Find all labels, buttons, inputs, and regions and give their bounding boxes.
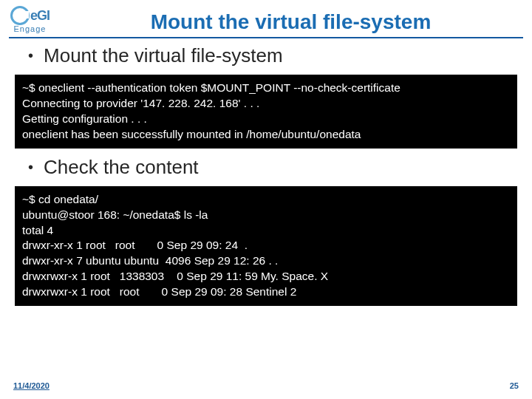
logo-ring-icon — [10, 6, 30, 25]
slide-header: eGI Engage Mount the virtual file-system — [0, 0, 532, 37]
logo-subtext: Engage — [14, 24, 47, 33]
slide-footer: 11/4/2020 25 — [0, 374, 532, 399]
bullet-text: Mount the virtual file-system — [44, 44, 283, 67]
logo: eGI Engage — [10, 6, 50, 33]
logo-text: eGI — [30, 9, 50, 22]
terminal-check: ~$ cd onedata/ ubuntu@stoor 168: ~/oneda… — [15, 186, 517, 306]
terminal-mount: ~$ oneclient --authentication token $MOU… — [15, 75, 517, 149]
footer-date: 11/4/2020 — [13, 381, 50, 390]
slide-title: Mount the virtual file-system — [60, 6, 522, 34]
slide-content: Mount the virtual file-system ~$ oneclie… — [0, 44, 532, 306]
footer-page: 25 — [510, 381, 519, 390]
header-rule — [9, 37, 523, 38]
logo-mark: eGI — [10, 6, 50, 25]
bullet-mount: Mount the virtual file-system — [28, 44, 517, 67]
bullet-text: Check the content — [44, 156, 199, 179]
bullet-check: Check the content — [28, 156, 517, 179]
